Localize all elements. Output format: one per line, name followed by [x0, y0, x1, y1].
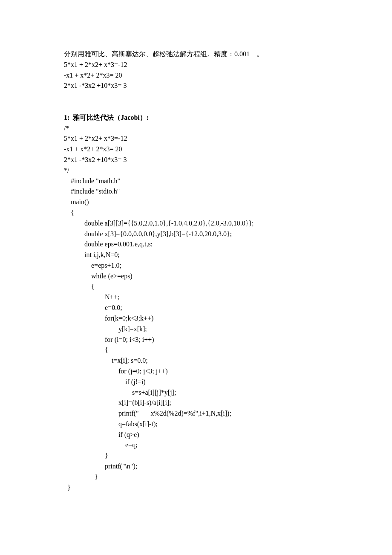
code-line: double a[3][3]={{5.0,2.0,1.0},{-1.0,4.0,… [64, 218, 354, 229]
code-line: printf("\n"); [64, 461, 354, 472]
code-line: main() [64, 197, 354, 208]
code-line: */ [64, 165, 354, 176]
code-line: double x[3]={0.0,0.0,0.0},y[3],b[3]={-12… [64, 229, 354, 240]
intro-line-1: 分别用雅可比、高斯塞达尔、超松弛法解方程组。精度：0.001 。 [64, 49, 354, 60]
code-line: x[i]=(b[i]-s)/a[i][i]; [64, 398, 354, 408]
intro-line-4: 2*x1 -*3x2 +10*x3= 3 [64, 81, 354, 91]
code-line: s=s+a[i][j]*y[j]; [64, 387, 354, 398]
code-line: y[k]=x[k]; [64, 324, 354, 335]
code-line: for (j=0; j<3; j++) [64, 366, 354, 377]
code-line: } [64, 472, 354, 483]
code-line: double eps=0.001,e,q,t,s; [64, 239, 354, 250]
code-line: q=fabs(x[i]-t); [64, 419, 354, 430]
code-line: { [64, 282, 354, 292]
intro-line-3: -x1 + x*2+ 2*x3= 20 [64, 70, 354, 81]
code-line: { [64, 345, 354, 356]
code-line: } [64, 483, 354, 493]
code-line: e=q; [64, 440, 354, 451]
code-line: while (e>=eps) [64, 271, 354, 282]
document-page: 分别用雅可比、高斯塞达尔、超松弛法解方程组。精度：0.001 。 5*x1 + … [0, 0, 392, 531]
code-line: if (j!=i) [64, 377, 354, 387]
code-line: e=0.0; [64, 303, 354, 313]
code-line: 2*x1 -*3x2 +10*x3= 3 [64, 155, 354, 165]
code-line: t=x[i]; s=0.0; [64, 356, 354, 366]
code-line: printf(" x%2d(%2d)=%f",i+1,N,x[i]); [64, 408, 354, 419]
code-line: if (q>e) [64, 430, 354, 440]
code-line: } [64, 451, 354, 461]
code-line: for(k=0;k<3;k++) [64, 313, 354, 324]
code-line: /* [64, 123, 354, 134]
code-line: #include "math.h" [64, 176, 354, 187]
code-line: int i,j,k,N=0; [64, 250, 354, 260]
intro-line-2: 5*x1 + 2*x2+ x*3=-12 [64, 60, 354, 70]
code-line: { [64, 208, 354, 218]
code-line: for (i=0; i<3; i++) [64, 335, 354, 345]
code-line: N++; [64, 292, 354, 303]
code-line: e=eps+1.0; [64, 260, 354, 271]
section-1-title: 1: 雅可比迭代法（Jacobi）: [64, 113, 354, 123]
code-line: -x1 + x*2+ 2*x3= 20 [64, 144, 354, 155]
code-line: #include "stdio.h" [64, 186, 354, 197]
code-line: 5*x1 + 2*x2+ x*3=-12 [64, 133, 354, 144]
